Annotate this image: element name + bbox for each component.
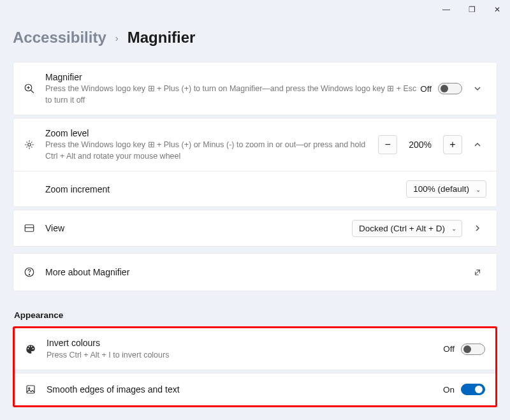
breadcrumb-separator: › — [115, 33, 119, 43]
magnifier-card: Magnifier Press the Windows logo key ⊞ +… — [13, 62, 497, 115]
magnifier-icon — [24, 83, 45, 94]
window-controls: — ❐ ✕ — [433, 0, 510, 19]
invert-colours-card: Invert colours Press Ctrl + Alt + I to i… — [15, 328, 495, 370]
help-icon — [24, 266, 45, 278]
svg-point-10 — [29, 387, 30, 389]
more-about-card: More about Magnifier — [13, 253, 497, 291]
magnifier-state-label: Off — [420, 84, 432, 94]
smooth-edges-toggle[interactable] — [461, 384, 485, 395]
zoom-increase-button[interactable]: + — [443, 135, 462, 154]
view-icon — [24, 222, 45, 234]
collapse-button[interactable] — [469, 136, 486, 154]
chevron-down-icon: ⌄ — [451, 225, 456, 232]
invert-colours-row: Invert colours Press Ctrl + Alt + I to i… — [15, 328, 495, 370]
invert-colours-toggle[interactable] — [461, 344, 485, 355]
breadcrumb-parent[interactable]: Accessibility — [13, 29, 106, 47]
svg-line-1 — [31, 90, 34, 93]
view-select[interactable]: Docked (Ctrl + Alt + D) ⌄ — [352, 220, 462, 237]
invert-colours-title: Invert colours — [47, 337, 443, 349]
zoom-increment-row: Zoom increment 100% (default) ⌄ — [13, 171, 497, 206]
magnifier-desc: Press the Windows logo key ⊞ + Plus (+) … — [45, 83, 420, 106]
zoom-target-icon — [24, 139, 45, 150]
breadcrumb: Accessibility › Magnifier — [13, 29, 497, 47]
view-title: View — [45, 222, 352, 234]
more-about-row[interactable]: More about Magnifier — [13, 254, 497, 291]
svg-rect-9 — [27, 386, 34, 393]
magnifier-toggle[interactable] — [438, 83, 462, 94]
view-row[interactable]: View Docked (Ctrl + Alt + D) ⌄ — [13, 210, 497, 246]
zoom-title: Zoom level — [45, 127, 378, 139]
windows-logo-icon: ⊞ — [148, 140, 155, 149]
more-about-title: More about Magnifier — [45, 266, 469, 278]
expand-button[interactable] — [469, 219, 486, 237]
external-link-icon — [469, 263, 486, 281]
windows-logo-icon: ⊞ — [387, 84, 394, 93]
zoom-decrease-button[interactable]: − — [378, 135, 397, 154]
invert-colours-state-label: Off — [443, 344, 455, 354]
zoom-level-row: Zoom level Press the Windows logo key ⊞ … — [13, 119, 497, 171]
restore-button[interactable]: ❐ — [459, 0, 484, 19]
smooth-edges-title: Smooth edges of images and text — [47, 384, 443, 395]
invert-colours-desc: Press Ctrl + Alt + I to invert colours — [47, 350, 443, 361]
palette-icon — [25, 344, 47, 355]
smooth-edges-row: Smooth edges of images and text On — [15, 373, 495, 405]
svg-rect-5 — [25, 225, 34, 232]
minimize-button[interactable]: — — [433, 0, 459, 19]
windows-logo-icon: ⊞ — [148, 84, 155, 93]
view-card: View Docked (Ctrl + Alt + D) ⌄ — [13, 210, 497, 247]
chevron-down-icon: ⌄ — [476, 185, 481, 192]
image-icon — [25, 384, 47, 395]
magnifier-title: Magnifier — [45, 71, 420, 83]
svg-point-4 — [28, 143, 31, 147]
smooth-edges-card: Smooth edges of images and text On — [15, 373, 495, 405]
zoom-increment-select[interactable]: 100% (default) ⌄ — [406, 180, 486, 198]
expand-button[interactable] — [469, 80, 486, 98]
appearance-header: Appearance — [14, 310, 497, 320]
svg-point-8 — [29, 275, 29, 275]
breadcrumb-current: Magnifier — [127, 29, 196, 47]
appearance-highlight: Invert colours Press Ctrl + Alt + I to i… — [13, 326, 497, 407]
zoom-value: 200% — [404, 140, 437, 150]
magnifier-row[interactable]: Magnifier Press the Windows logo key ⊞ +… — [13, 62, 497, 115]
smooth-edges-state-label: On — [443, 385, 455, 395]
close-button[interactable]: ✕ — [484, 0, 510, 19]
zoom-card: Zoom level Press the Windows logo key ⊞ … — [13, 118, 497, 207]
zoom-desc: Press the Windows logo key ⊞ + Plus (+) … — [45, 140, 378, 162]
zoom-increment-title: Zoom increment — [45, 184, 406, 195]
